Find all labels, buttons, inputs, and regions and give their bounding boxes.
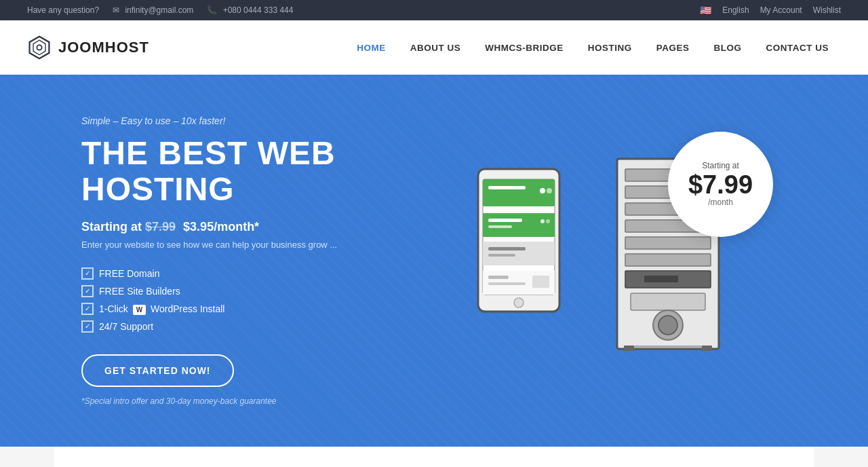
- svg-rect-12: [631, 293, 705, 310]
- topbar-my-account[interactable]: My Account: [760, 5, 802, 15]
- nav-contact[interactable]: CONTACT US: [754, 20, 842, 75]
- svg-rect-15: [625, 345, 711, 348]
- check-icon-4: ✓: [81, 320, 94, 333]
- svg-point-23: [540, 188, 545, 193]
- hero-price-label: Starting at: [81, 220, 142, 234]
- svg-point-24: [547, 188, 552, 193]
- feature-support: ✓ 24/7 Support: [81, 320, 434, 333]
- svg-point-29: [546, 219, 550, 223]
- check-icon-3: ✓: [81, 303, 94, 315]
- hero-title: THE BEST WEB HOSTING: [81, 136, 434, 208]
- svg-point-37: [514, 298, 524, 307]
- hero-visuals: Starting at $7.99 /month: [434, 125, 814, 396]
- hero-old-price: $7.99: [145, 220, 176, 234]
- svg-rect-17: [702, 345, 712, 351]
- topbar: Have any question? ✉ infinity@gmail.com …: [0, 0, 868, 20]
- svg-rect-34: [488, 276, 509, 279]
- phone-icon: 📞: [207, 5, 217, 15]
- nav-blog[interactable]: BLOG: [702, 20, 754, 75]
- svg-rect-36: [532, 276, 549, 288]
- svg-point-14: [658, 316, 677, 335]
- svg-rect-25: [483, 213, 555, 237]
- price-circle: Starting at $7.99 /month: [668, 132, 773, 237]
- feature-wordpress: ✓ 1-Click W WordPress Install: [81, 303, 434, 315]
- topbar-question: Have any question?: [27, 5, 99, 15]
- topbar-phone: 📞 +080 0444 333 444: [207, 5, 293, 15]
- main-nav: HOME ABOUT US WHMCS-BRIDGE HOSTING PAGES…: [344, 20, 841, 75]
- svg-rect-32: [488, 254, 515, 257]
- price-circle-period: /month: [708, 198, 733, 207]
- svg-rect-8: [625, 237, 711, 249]
- hero-features: ✓ FREE Domain ✓ FREE Site Builders ✓ 1-C…: [81, 267, 434, 333]
- topbar-email: ✉ infinity@gmail.com: [113, 5, 193, 15]
- nav-about[interactable]: ABOUT US: [398, 20, 473, 75]
- bottom-white-panel: [54, 447, 814, 467]
- feature-builders: ✓ FREE Site Builders: [81, 285, 434, 297]
- topbar-flag: 🇺🇸: [700, 5, 711, 16]
- price-circle-amount: $7.99: [688, 172, 753, 198]
- nav-home[interactable]: HOME: [344, 20, 398, 75]
- svg-point-28: [540, 219, 545, 223]
- nav-whmcs[interactable]: WHMCS-BRIDGE: [473, 20, 576, 75]
- topbar-language[interactable]: English: [722, 5, 749, 15]
- svg-rect-21: [488, 186, 526, 189]
- hero-tagline: Simple – Easy to use – 10x faster!: [81, 115, 434, 126]
- svg-rect-26: [488, 219, 522, 222]
- hero-section: Simple – Easy to use – 10x faster! THE B…: [0, 75, 868, 447]
- svg-rect-31: [488, 247, 526, 250]
- svg-point-2: [37, 45, 41, 50]
- nav-hosting[interactable]: HOSTING: [576, 20, 644, 75]
- svg-marker-1: [33, 40, 45, 55]
- hero-new-price: $3.95/month*: [183, 220, 259, 234]
- cta-button[interactable]: GET STARTED NOW!: [81, 354, 234, 387]
- feature-domain: ✓ FREE Domain: [81, 267, 434, 280]
- hero-subtitle: Enter your website to see how we can hel…: [81, 240, 434, 250]
- price-circle-starting: Starting at: [702, 161, 739, 170]
- email-icon: ✉: [113, 5, 119, 15]
- hero-content: Simple – Easy to use – 10x faster! THE B…: [81, 115, 434, 406]
- header: JOOMHOST HOME ABOUT US WHMCS-BRIDGE HOST…: [0, 20, 868, 75]
- svg-rect-11: [644, 276, 678, 282]
- svg-rect-27: [488, 225, 512, 228]
- topbar-wishlist[interactable]: Wishlist: [813, 5, 841, 15]
- bottom-section: [0, 447, 868, 467]
- svg-rect-30: [483, 242, 555, 265]
- svg-rect-9: [625, 254, 711, 266]
- check-icon-2: ✓: [81, 285, 94, 297]
- nav-pages[interactable]: PAGES: [644, 20, 702, 75]
- check-icon-1: ✓: [81, 267, 94, 280]
- logo[interactable]: JOOMHOST: [27, 35, 344, 60]
- svg-rect-35: [488, 282, 526, 285]
- wordpress-badge: W: [133, 305, 146, 315]
- phone-device-illustration: [475, 166, 563, 318]
- hero-price: Starting at $7.99 $3.95/month*: [81, 220, 434, 234]
- hero-disclaimer: *Special intro offer and 30-day money-ba…: [81, 396, 434, 406]
- logo-icon: [27, 35, 52, 60]
- svg-rect-16: [624, 345, 634, 351]
